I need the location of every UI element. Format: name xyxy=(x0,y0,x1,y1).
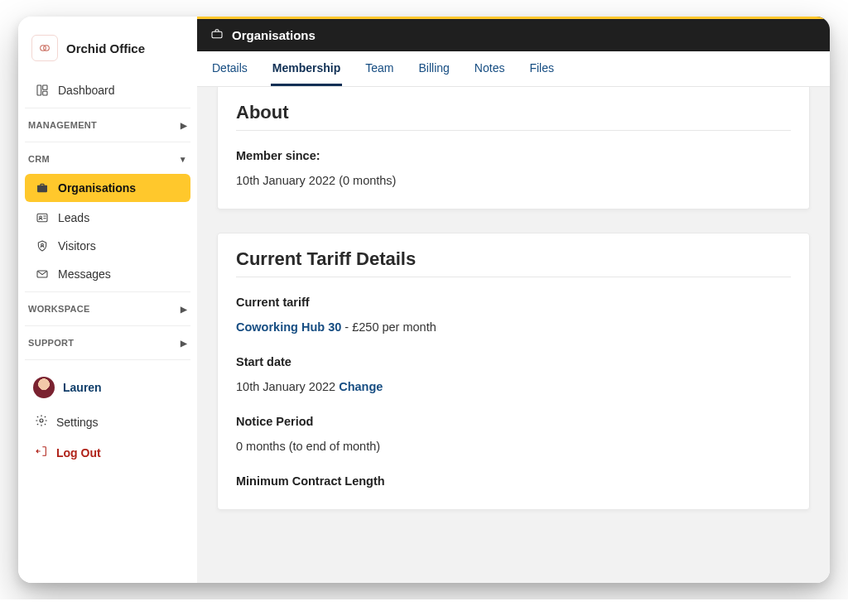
sidebar-item-visitors[interactable]: Visitors xyxy=(25,232,190,260)
topbar-title: Organisations xyxy=(232,28,316,42)
sidebar-item-label: Settings xyxy=(56,416,99,429)
divider xyxy=(25,291,190,292)
tabs: Details Membership Team Billing Notes Fi… xyxy=(197,51,830,87)
current-tariff-value: Coworking Hub 30 - £250 per month xyxy=(236,320,791,334)
section-label: SUPPORT xyxy=(28,338,74,348)
start-date-value: 10th January 2022 Change xyxy=(236,380,791,393)
notice-period-value: 0 months (to end of month) xyxy=(236,440,791,453)
member-since-value: 10th January 2022 (0 months) xyxy=(236,174,791,187)
about-card: About Member since: 10th January 2022 (0… xyxy=(217,87,810,209)
sidebar-item-messages[interactable]: Messages xyxy=(25,260,190,288)
change-start-date-link[interactable]: Change xyxy=(339,380,383,393)
svg-rect-4 xyxy=(43,91,47,95)
tab-notes[interactable]: Notes xyxy=(473,51,507,86)
tariff-price: - £250 per month xyxy=(341,320,436,334)
section-label: CRM xyxy=(28,154,50,164)
tab-files[interactable]: Files xyxy=(528,51,556,86)
about-heading: About xyxy=(236,102,791,131)
sidebar-item-label: Organisations xyxy=(58,181,136,195)
sidebar-item-dashboard[interactable]: Dashboard xyxy=(25,76,190,104)
app-frame: Orchid Office Dashboard MANAGEMENT ▶ CRM… xyxy=(18,17,830,583)
sidebar-section-management[interactable]: MANAGEMENT ▶ xyxy=(25,112,190,138)
briefcase-icon xyxy=(210,27,224,43)
dashboard-icon xyxy=(35,84,50,97)
sidebar-item-organisations[interactable]: Organisations xyxy=(25,174,190,202)
gear-icon xyxy=(35,414,48,430)
tariff-card: Current Tariff Details Current tariff Co… xyxy=(217,233,810,510)
member-since-label: Member since: xyxy=(236,149,791,162)
user-name: Lauren xyxy=(63,381,102,394)
brand: Orchid Office xyxy=(25,26,190,76)
tariff-plan-link[interactable]: Coworking Hub 30 xyxy=(236,320,341,334)
start-date-text: 10th January 2022 xyxy=(236,380,339,393)
sidebar-item-label: Visitors xyxy=(58,239,96,253)
briefcase-icon xyxy=(35,181,50,195)
sidebar-item-leads[interactable]: Leads xyxy=(25,204,190,232)
current-tariff-label: Current tariff xyxy=(236,296,791,309)
svg-point-1 xyxy=(44,46,50,51)
divider xyxy=(25,325,190,326)
svg-rect-10 xyxy=(212,31,222,37)
envelope-icon xyxy=(35,267,50,281)
id-card-icon xyxy=(35,211,50,224)
tab-team[interactable]: Team xyxy=(364,51,395,86)
avatar xyxy=(33,377,55,398)
svg-point-9 xyxy=(40,419,43,422)
chevron-right-icon: ▶ xyxy=(181,305,187,314)
brand-logo xyxy=(31,35,58,61)
logout-icon xyxy=(35,445,48,460)
svg-point-7 xyxy=(41,243,44,246)
section-label: WORKSPACE xyxy=(28,304,90,314)
chevron-right-icon: ▶ xyxy=(181,121,187,130)
divider xyxy=(25,142,190,142)
topbar: Organisations xyxy=(197,17,830,51)
sidebar-item-label: Log Out xyxy=(56,446,101,460)
svg-rect-2 xyxy=(37,85,41,95)
chevron-right-icon: ▶ xyxy=(181,339,187,348)
sidebar-section-crm[interactable]: CRM ▼ xyxy=(25,146,190,172)
tab-billing[interactable]: Billing xyxy=(417,51,451,86)
content-scroll[interactable]: About Member since: 10th January 2022 (0… xyxy=(197,87,830,583)
divider xyxy=(25,359,190,360)
sidebar-item-settings[interactable]: Settings xyxy=(25,407,190,437)
sidebar-item-label: Leads xyxy=(58,211,89,224)
sidebar: Orchid Office Dashboard MANAGEMENT ▶ CRM… xyxy=(18,17,197,583)
shield-user-icon xyxy=(35,239,50,253)
sidebar-section-support[interactable]: SUPPORT ▶ xyxy=(25,330,190,356)
sidebar-user[interactable]: Lauren xyxy=(25,368,190,407)
start-date-label: Start date xyxy=(236,355,791,368)
main: Organisations Details Membership Team Bi… xyxy=(197,17,830,583)
sidebar-item-label: Dashboard xyxy=(58,84,115,97)
svg-rect-5 xyxy=(37,214,47,221)
min-contract-label: Minimum Contract Length xyxy=(236,474,791,488)
sidebar-item-label: Messages xyxy=(58,267,111,281)
tab-membership[interactable]: Membership xyxy=(271,51,342,86)
brand-name: Orchid Office xyxy=(66,41,145,55)
tariff-heading: Current Tariff Details xyxy=(236,248,791,277)
orchid-logo-icon xyxy=(38,41,51,55)
sidebar-section-workspace[interactable]: WORKSPACE ▶ xyxy=(25,296,190,322)
notice-period-label: Notice Period xyxy=(236,415,791,428)
svg-rect-3 xyxy=(43,85,47,89)
svg-point-6 xyxy=(40,216,42,219)
chevron-down-icon: ▼ xyxy=(179,155,187,164)
sidebar-item-logout[interactable]: Log Out xyxy=(25,437,190,468)
divider xyxy=(25,108,190,108)
tab-details[interactable]: Details xyxy=(210,51,249,86)
section-label: MANAGEMENT xyxy=(28,120,97,130)
